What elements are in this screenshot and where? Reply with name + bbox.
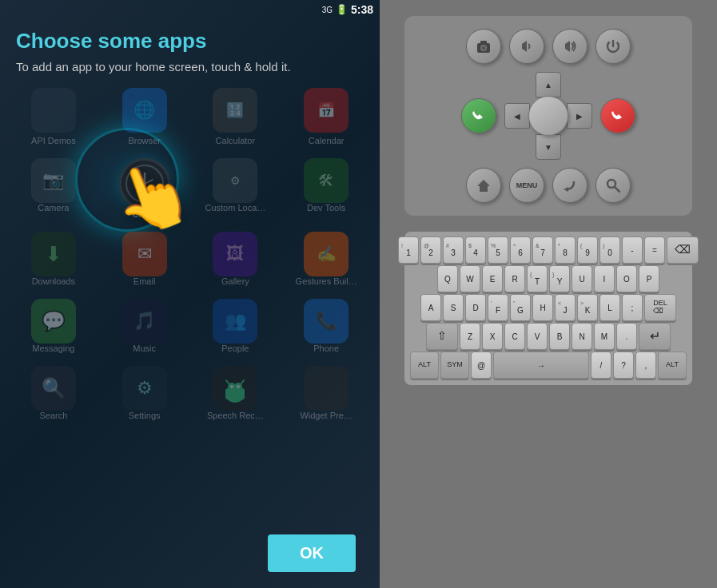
search-remote-button[interactable]	[596, 168, 631, 203]
app-custom[interactable]: ⚙ Custom Loca…	[190, 152, 281, 225]
key-comma[interactable]: ,	[635, 352, 656, 379]
key-j[interactable]: <J	[555, 294, 576, 321]
app-custom-label: Custom Loca…	[205, 203, 265, 213]
svg-line-24	[615, 187, 619, 192]
key-n[interactable]: N	[572, 323, 592, 350]
key-l[interactable]: L	[599, 294, 620, 321]
app-people[interactable]: 👥 People	[190, 292, 281, 360]
key-6[interactable]: ^6	[510, 236, 531, 264]
dpad-right-button[interactable]: ▶	[567, 103, 592, 129]
call-end-button[interactable]	[600, 98, 635, 133]
key-space[interactable]: →	[493, 352, 589, 379]
key-alt-left[interactable]: ALT	[410, 352, 439, 379]
call-accept-button[interactable]	[461, 98, 496, 133]
app-calculator[interactable]: 🔢 Calculator	[190, 81, 281, 152]
key-2[interactable]: @2	[420, 236, 441, 264]
key-p[interactable]: P	[639, 265, 659, 292]
key-0[interactable]: )0	[599, 236, 620, 264]
key-t[interactable]: {T	[527, 265, 548, 292]
dpad-left-button[interactable]: ◀	[504, 103, 530, 129]
key-h[interactable]: H	[532, 294, 553, 321]
keyboard-row-numbers: !1 @2 #3 $4 %5 ^6 &7 *8 (9 )0 - = ⌫	[409, 236, 687, 264]
key-v[interactable]: V	[527, 323, 548, 350]
volume-down-button[interactable]	[509, 29, 544, 64]
key-i[interactable]: I	[594, 265, 615, 292]
menu-button[interactable]: MENU	[509, 168, 544, 203]
app-messaging[interactable]: 💬 Messaging	[8, 292, 99, 360]
key-enter[interactable]: ↵	[639, 323, 671, 350]
key-question[interactable]: ?	[613, 352, 634, 379]
key-semicolon[interactable]: ;	[622, 294, 643, 321]
app-search[interactable]: 🔍 Search	[8, 360, 99, 427]
key-f[interactable]: 'F	[488, 294, 508, 321]
apps-row-4: 💬 Messaging 🎵 Music 👥 People 📞 Phone	[8, 292, 372, 360]
key-shift[interactable]: ⇧	[426, 323, 458, 350]
key-w[interactable]: W	[460, 265, 480, 292]
status-bar: 3G 🔋 5:38	[0, 0, 380, 19]
dpad-center-button[interactable]	[528, 96, 568, 136]
key-y[interactable]: }Y	[549, 265, 570, 292]
app-email[interactable]: ✉ Email	[99, 225, 190, 292]
key-slash[interactable]: /	[591, 352, 611, 379]
dpad: ▲ ▼ ◀ ▶	[504, 72, 592, 160]
key-del[interactable]: DEL⌫	[644, 294, 676, 321]
app-widget[interactable]: Widget Pre…	[281, 360, 372, 427]
key-u[interactable]: U	[572, 265, 592, 292]
key-a[interactable]: A	[420, 294, 441, 321]
key-9[interactable]: (9	[577, 236, 598, 264]
app-devtools[interactable]: 🛠 Dev Tools	[281, 152, 372, 225]
key-minus[interactable]: -	[622, 236, 643, 264]
power-button[interactable]	[596, 29, 631, 64]
app-browser[interactable]: 🌐 Browser	[99, 81, 190, 152]
dpad-up-button[interactable]: ▲	[536, 72, 561, 97]
app-gestures[interactable]: ✍ Gestures Buil…	[281, 225, 372, 292]
key-7[interactable]: &7	[532, 236, 553, 264]
key-q[interactable]: Q	[437, 265, 458, 292]
app-gallery[interactable]: 🖼 Gallery	[190, 225, 281, 292]
ok-button[interactable]: OK	[268, 534, 356, 572]
key-alt-right[interactable]: ALT	[658, 352, 687, 379]
key-period[interactable]: .	[616, 323, 637, 350]
key-k[interactable]: >K	[577, 294, 598, 321]
remote-middle-row: ▲ ▼ ◀ ▶	[461, 72, 635, 160]
app-api[interactable]: API Demos	[8, 81, 99, 152]
app-settings[interactable]: ⚙ Settings	[99, 360, 190, 427]
key-z[interactable]: Z	[460, 323, 480, 350]
home-button[interactable]	[466, 168, 501, 203]
app-downloads[interactable]: ⬇ Downloads	[8, 225, 99, 292]
key-x[interactable]: X	[482, 323, 503, 350]
key-3[interactable]: #3	[443, 236, 464, 264]
key-1[interactable]: !1	[398, 236, 419, 264]
dpad-down-button[interactable]: ▼	[536, 134, 561, 160]
key-sym[interactable]: SYM	[440, 352, 469, 379]
app-speech[interactable]: Speech Rec…	[190, 360, 281, 427]
svg-marker-22	[564, 187, 568, 192]
key-o[interactable]: O	[616, 265, 637, 292]
key-e[interactable]: E	[482, 265, 503, 292]
app-clock-spotlight[interactable]: Clock	[99, 152, 190, 225]
key-m[interactable]: M	[594, 323, 615, 350]
right-panel: ▲ ▼ ◀ ▶ MENU	[380, 0, 717, 588]
key-4[interactable]: $4	[465, 236, 486, 264]
key-c[interactable]: C	[504, 323, 525, 350]
app-music[interactable]: 🎵 Music	[99, 292, 190, 360]
app-calculator-label: Calculator	[216, 136, 256, 145]
app-phone-label: Phone	[313, 344, 339, 353]
key-at[interactable]: @	[471, 352, 492, 379]
camera-button[interactable]	[466, 29, 501, 64]
key-5[interactable]: %5	[488, 236, 508, 264]
app-calendar[interactable]: 📅 Calendar	[281, 81, 372, 152]
volume-up-button[interactable]	[552, 29, 588, 64]
back-button[interactable]	[552, 168, 588, 203]
key-g[interactable]: "G	[510, 294, 531, 321]
apps-row-2-container: 📷 Camera	[8, 152, 372, 225]
key-d[interactable]: D	[465, 294, 486, 321]
key-s[interactable]: S	[443, 294, 464, 321]
key-equals[interactable]: =	[644, 236, 665, 264]
key-8[interactable]: *8	[555, 236, 576, 264]
key-r[interactable]: R	[504, 265, 525, 292]
key-b[interactable]: B	[549, 323, 570, 350]
key-backspace[interactable]: ⌫	[667, 236, 699, 264]
app-phone[interactable]: 📞 Phone	[281, 292, 372, 360]
app-camera[interactable]: 📷 Camera	[8, 152, 99, 225]
